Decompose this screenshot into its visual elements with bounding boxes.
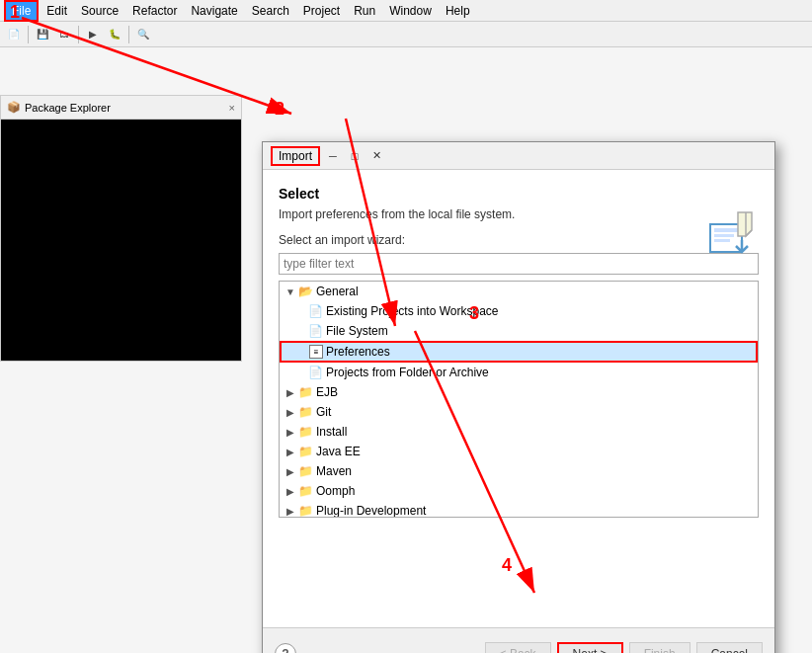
menu-help[interactable]: Help	[440, 2, 476, 20]
svg-rect-1	[714, 228, 738, 232]
menu-navigate[interactable]: Navigate	[185, 2, 243, 20]
tree-item-maven[interactable]: ▶ 📁 Maven	[280, 461, 758, 481]
preferences-icon: ≡	[309, 345, 323, 359]
menu-search[interactable]: Search	[246, 2, 295, 20]
toolbar-debug[interactable]: 🐛	[105, 25, 124, 44]
tree-item-file-system[interactable]: 📄 File System	[280, 321, 758, 341]
dialog-close-btn[interactable]: ✕	[367, 147, 385, 165]
finish-button[interactable]: Finish	[629, 642, 690, 654]
projects-folder-icon: 📄	[307, 365, 323, 380]
menu-refactor[interactable]: Refactor	[126, 2, 183, 20]
panel-body	[1, 120, 241, 361]
panel-header: 📦 Package Explorer ×	[1, 96, 241, 120]
install-label: Install	[316, 425, 347, 439]
import-dialog: Import ─ □ ✕ Select	[262, 141, 775, 653]
file-system-label: File System	[326, 324, 388, 338]
plugin-dev-toggle[interactable]: ▶	[284, 504, 297, 518]
tree-item-java-ee[interactable]: ▶ 📁 Java EE	[280, 442, 758, 461]
dialog-title-text: Import	[271, 146, 320, 166]
maven-folder-icon: 📁	[297, 463, 313, 479]
toolbar-new[interactable]: 📄	[4, 25, 24, 44]
existing-projects-icon: 📄	[307, 303, 323, 319]
tree-item-plugin-dev[interactable]: ▶ 📁 Plug-in Development	[280, 501, 758, 518]
tree-item-ejb[interactable]: ▶ 📁 EJB	[280, 382, 758, 402]
dialog-restore-btn[interactable]: □	[346, 147, 364, 165]
dialog-footer: ? < Back Next > Finish Cancel	[263, 627, 774, 653]
toolbar-sep-2	[78, 26, 79, 43]
ejb-toggle[interactable]: ▶	[284, 385, 297, 399]
next-button[interactable]: Next >	[557, 642, 623, 654]
toolbar-search[interactable]: 🔍	[133, 25, 153, 44]
dialog-title-bar: Import ─ □ ✕	[263, 142, 774, 170]
filter-input[interactable]	[279, 253, 759, 275]
menu-run[interactable]: Run	[348, 2, 381, 20]
tree-container[interactable]: ▼ 📂 General 📄 Existing Projects into Wor…	[279, 281, 759, 518]
menu-edit[interactable]: Edit	[41, 2, 73, 20]
toolbar-save-all[interactable]: 🗂	[54, 25, 74, 44]
ejb-label: EJB	[316, 385, 338, 399]
ejb-folder-icon: 📁	[297, 384, 313, 400]
java-ee-label: Java EE	[316, 445, 361, 458]
git-label: Git	[316, 405, 331, 419]
maven-label: Maven	[316, 464, 352, 478]
toolbar: 📄 💾 🗂 ▶ 🐛 🔍	[0, 22, 812, 47]
package-explorer-panel: 📦 Package Explorer ×	[0, 95, 242, 362]
menu-bar: File Edit Source Refactor Navigate Searc…	[0, 0, 812, 22]
help-button[interactable]: ?	[275, 643, 296, 654]
java-ee-toggle[interactable]: ▶	[284, 445, 297, 458]
import-icon	[707, 209, 755, 257]
dialog-section-title: Select	[279, 186, 759, 202]
oomph-label: Oomph	[316, 484, 355, 498]
toolbar-save[interactable]: 💾	[33, 25, 52, 44]
file-system-icon: 📄	[307, 323, 323, 339]
menu-file[interactable]: File	[4, 0, 39, 22]
ide-background: 📦 Package Explorer × Import ─ □ ✕	[0, 47, 812, 653]
menu-window[interactable]: Window	[383, 2, 438, 20]
tree-item-preferences[interactable]: ≡ Preferences	[280, 341, 758, 363]
existing-projects-label: Existing Projects into Workspace	[326, 304, 499, 318]
tree-item-existing-projects[interactable]: 📄 Existing Projects into Workspace	[280, 301, 758, 321]
java-ee-folder-icon: 📁	[297, 444, 313, 459]
menu-source[interactable]: Source	[75, 2, 124, 20]
tree-group-general[interactable]: ▼ 📂 General	[280, 282, 758, 301]
tree-item-git[interactable]: ▶ 📁 Git	[280, 402, 758, 422]
tree-item-projects-folder[interactable]: 📄 Projects from Folder or Archive	[280, 363, 758, 382]
menu-project[interactable]: Project	[297, 2, 346, 20]
dialog-title-actions: ─ □ ✕	[324, 147, 385, 165]
plugin-dev-folder-icon: 📁	[297, 503, 313, 518]
git-toggle[interactable]: ▶	[284, 405, 297, 419]
dialog-description: Import preferences from the local file s…	[279, 207, 759, 221]
wizard-label: Select an import wizard:	[279, 233, 759, 247]
git-folder-icon: 📁	[297, 404, 313, 420]
dialog-minimize-btn[interactable]: ─	[324, 147, 342, 165]
general-label: General	[316, 285, 359, 298]
plugin-dev-label: Plug-in Development	[316, 504, 426, 518]
tree-item-install[interactable]: ▶ 📁 Install	[280, 422, 758, 442]
toolbar-run[interactable]: ▶	[83, 25, 103, 44]
svg-rect-3	[714, 239, 730, 242]
toolbar-sep-1	[28, 26, 29, 43]
panel-title: Package Explorer	[25, 102, 111, 114]
back-button[interactable]: < Back	[485, 642, 551, 654]
toolbar-sep-3	[128, 26, 129, 43]
maven-toggle[interactable]: ▶	[284, 464, 297, 478]
panel-icon: 📦	[7, 101, 21, 114]
oomph-folder-icon: 📁	[297, 483, 313, 499]
dialog-content: Select Import preferences from the local…	[263, 170, 774, 627]
projects-folder-label: Projects from Folder or Archive	[326, 366, 489, 379]
general-toggle[interactable]: ▼	[284, 285, 297, 298]
cancel-button[interactable]: Cancel	[696, 642, 763, 654]
tree-item-oomph[interactable]: ▶ 📁 Oomph	[280, 481, 758, 501]
general-folder-icon: 📂	[297, 284, 313, 299]
svg-rect-2	[714, 234, 734, 237]
install-folder-icon: 📁	[297, 424, 313, 440]
preferences-label: Preferences	[326, 345, 390, 359]
panel-close-btn[interactable]: ×	[229, 102, 235, 114]
oomph-toggle[interactable]: ▶	[284, 484, 297, 498]
install-toggle[interactable]: ▶	[284, 425, 297, 439]
